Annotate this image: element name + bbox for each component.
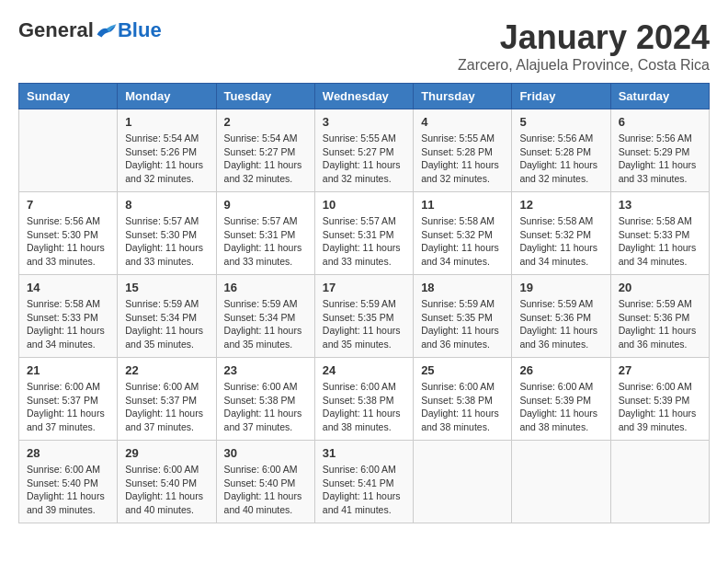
calendar-week-row: 14Sunrise: 5:58 AMSunset: 5:33 PMDayligh… bbox=[19, 275, 710, 358]
day-number: 6 bbox=[619, 115, 701, 129]
header-wednesday: Wednesday bbox=[314, 84, 413, 109]
calendar-cell: 3Sunrise: 5:55 AMSunset: 5:27 PMDaylight… bbox=[314, 109, 413, 192]
day-number: 8 bbox=[125, 198, 208, 212]
calendar-cell: 30Sunrise: 6:00 AMSunset: 5:40 PMDayligh… bbox=[216, 441, 314, 523]
calendar-cell: 2Sunrise: 5:54 AMSunset: 5:27 PMDaylight… bbox=[216, 109, 314, 192]
day-number: 28 bbox=[27, 446, 109, 460]
day-number: 3 bbox=[323, 115, 405, 129]
day-info: Sunrise: 5:54 AMSunset: 5:26 PMDaylight:… bbox=[125, 132, 208, 186]
day-number: 16 bbox=[224, 281, 307, 294]
header-sunday: Sunday bbox=[19, 84, 118, 109]
day-number: 30 bbox=[224, 446, 307, 460]
day-info: Sunrise: 5:58 AMSunset: 5:33 PMDaylight:… bbox=[619, 214, 701, 269]
day-number: 12 bbox=[519, 198, 602, 212]
calendar-cell: 7Sunrise: 5:56 AMSunset: 5:30 PMDaylight… bbox=[19, 192, 118, 275]
day-info: Sunrise: 6:00 AMSunset: 5:41 PMDaylight:… bbox=[323, 463, 405, 517]
calendar-cell: 11Sunrise: 5:58 AMSunset: 5:32 PMDayligh… bbox=[414, 192, 512, 275]
calendar-cell: 21Sunrise: 6:00 AMSunset: 5:37 PMDayligh… bbox=[19, 358, 118, 441]
day-number: 14 bbox=[27, 281, 109, 294]
calendar-week-row: 28Sunrise: 6:00 AMSunset: 5:40 PMDayligh… bbox=[19, 441, 710, 523]
day-number: 15 bbox=[125, 281, 208, 294]
calendar-cell: 28Sunrise: 6:00 AMSunset: 5:40 PMDayligh… bbox=[19, 441, 118, 523]
day-number: 17 bbox=[323, 281, 405, 294]
day-info: Sunrise: 5:58 AMSunset: 5:32 PMDaylight:… bbox=[421, 214, 504, 269]
calendar-cell: 9Sunrise: 5:57 AMSunset: 5:31 PMDaylight… bbox=[216, 192, 314, 275]
calendar-cell: 6Sunrise: 5:56 AMSunset: 5:29 PMDaylight… bbox=[610, 109, 709, 192]
calendar-cell: 24Sunrise: 6:00 AMSunset: 5:38 PMDayligh… bbox=[314, 358, 413, 441]
day-number: 9 bbox=[224, 198, 307, 212]
location-subtitle: Zarcero, Alajuela Province, Costa Rica bbox=[458, 57, 710, 74]
day-info: Sunrise: 6:00 AMSunset: 5:37 PMDaylight:… bbox=[125, 380, 208, 434]
logo-blue-text: Blue bbox=[118, 18, 162, 42]
calendar-cell: 18Sunrise: 5:59 AMSunset: 5:35 PMDayligh… bbox=[414, 275, 512, 358]
calendar-cell: 12Sunrise: 5:58 AMSunset: 5:32 PMDayligh… bbox=[512, 192, 610, 275]
calendar-cell: 17Sunrise: 5:59 AMSunset: 5:35 PMDayligh… bbox=[314, 275, 413, 358]
calendar-cell: 27Sunrise: 6:00 AMSunset: 5:39 PMDayligh… bbox=[610, 358, 709, 441]
day-info: Sunrise: 5:57 AMSunset: 5:31 PMDaylight:… bbox=[323, 214, 405, 269]
header-thursday: Thursday bbox=[414, 84, 512, 109]
logo-bird-icon bbox=[96, 21, 118, 40]
day-info: Sunrise: 5:59 AMSunset: 5:34 PMDaylight:… bbox=[224, 297, 307, 351]
day-info: Sunrise: 5:59 AMSunset: 5:36 PMDaylight:… bbox=[619, 297, 701, 351]
day-info: Sunrise: 5:55 AMSunset: 5:27 PMDaylight:… bbox=[323, 132, 405, 186]
day-info: Sunrise: 5:58 AMSunset: 5:33 PMDaylight:… bbox=[27, 297, 109, 351]
calendar-cell: 22Sunrise: 6:00 AMSunset: 5:37 PMDayligh… bbox=[118, 358, 216, 441]
day-info: Sunrise: 6:00 AMSunset: 5:38 PMDaylight:… bbox=[421, 380, 504, 434]
day-info: Sunrise: 6:00 AMSunset: 5:39 PMDaylight:… bbox=[619, 380, 701, 434]
day-info: Sunrise: 5:56 AMSunset: 5:29 PMDaylight:… bbox=[619, 132, 701, 186]
page-header: General Blue January 2024 Zarcero, Alaju… bbox=[18, 18, 710, 74]
day-info: Sunrise: 5:55 AMSunset: 5:28 PMDaylight:… bbox=[421, 132, 504, 186]
day-number: 21 bbox=[27, 363, 109, 377]
day-number: 31 bbox=[323, 446, 405, 460]
calendar-cell: 15Sunrise: 5:59 AMSunset: 5:34 PMDayligh… bbox=[118, 275, 216, 358]
day-info: Sunrise: 6:00 AMSunset: 5:40 PMDaylight:… bbox=[125, 463, 208, 517]
calendar-week-row: 7Sunrise: 5:56 AMSunset: 5:30 PMDaylight… bbox=[19, 192, 710, 275]
day-number: 10 bbox=[323, 198, 405, 212]
calendar-cell: 20Sunrise: 5:59 AMSunset: 5:36 PMDayligh… bbox=[610, 275, 709, 358]
day-number: 18 bbox=[421, 281, 504, 294]
day-info: Sunrise: 6:00 AMSunset: 5:40 PMDaylight:… bbox=[27, 463, 109, 517]
calendar-cell bbox=[512, 441, 610, 523]
logo-general-text: General bbox=[18, 18, 94, 42]
day-info: Sunrise: 5:59 AMSunset: 5:35 PMDaylight:… bbox=[323, 297, 405, 351]
calendar-cell bbox=[414, 441, 512, 523]
day-number: 29 bbox=[125, 446, 208, 460]
day-info: Sunrise: 6:00 AMSunset: 5:38 PMDaylight:… bbox=[224, 380, 307, 434]
day-number: 26 bbox=[519, 363, 602, 377]
calendar-cell: 14Sunrise: 5:58 AMSunset: 5:33 PMDayligh… bbox=[19, 275, 118, 358]
day-number: 2 bbox=[224, 115, 307, 129]
day-number: 7 bbox=[27, 198, 109, 212]
logo: General Blue bbox=[18, 18, 162, 42]
day-number: 25 bbox=[421, 363, 504, 377]
day-info: Sunrise: 5:54 AMSunset: 5:27 PMDaylight:… bbox=[224, 132, 307, 186]
calendar-cell: 16Sunrise: 5:59 AMSunset: 5:34 PMDayligh… bbox=[216, 275, 314, 358]
calendar-cell: 29Sunrise: 6:00 AMSunset: 5:40 PMDayligh… bbox=[118, 441, 216, 523]
day-number: 20 bbox=[619, 281, 701, 294]
calendar-cell bbox=[19, 109, 118, 192]
calendar-cell: 4Sunrise: 5:55 AMSunset: 5:28 PMDaylight… bbox=[414, 109, 512, 192]
day-info: Sunrise: 6:00 AMSunset: 5:39 PMDaylight:… bbox=[519, 380, 602, 434]
calendar-cell: 1Sunrise: 5:54 AMSunset: 5:26 PMDaylight… bbox=[118, 109, 216, 192]
day-number: 4 bbox=[421, 115, 504, 129]
day-info: Sunrise: 5:57 AMSunset: 5:30 PMDaylight:… bbox=[125, 214, 208, 269]
day-info: Sunrise: 6:00 AMSunset: 5:40 PMDaylight:… bbox=[224, 463, 307, 517]
calendar-cell: 23Sunrise: 6:00 AMSunset: 5:38 PMDayligh… bbox=[216, 358, 314, 441]
day-number: 5 bbox=[519, 115, 602, 129]
day-number: 27 bbox=[619, 363, 701, 377]
calendar-cell: 25Sunrise: 6:00 AMSunset: 5:38 PMDayligh… bbox=[414, 358, 512, 441]
day-number: 22 bbox=[125, 363, 208, 377]
header-tuesday: Tuesday bbox=[216, 84, 314, 109]
day-number: 24 bbox=[323, 363, 405, 377]
calendar-cell bbox=[610, 441, 709, 523]
calendar-cell: 8Sunrise: 5:57 AMSunset: 5:30 PMDaylight… bbox=[118, 192, 216, 275]
calendar-cell: 26Sunrise: 6:00 AMSunset: 5:39 PMDayligh… bbox=[512, 358, 610, 441]
day-info: Sunrise: 5:58 AMSunset: 5:32 PMDaylight:… bbox=[519, 214, 602, 269]
calendar-cell: 13Sunrise: 5:58 AMSunset: 5:33 PMDayligh… bbox=[610, 192, 709, 275]
day-info: Sunrise: 5:59 AMSunset: 5:34 PMDaylight:… bbox=[125, 297, 208, 351]
calendar-table: SundayMondayTuesdayWednesdayThursdayFrid… bbox=[18, 83, 710, 523]
day-info: Sunrise: 5:57 AMSunset: 5:31 PMDaylight:… bbox=[224, 214, 307, 269]
day-info: Sunrise: 6:00 AMSunset: 5:38 PMDaylight:… bbox=[323, 380, 405, 434]
calendar-header-row: SundayMondayTuesdayWednesdayThursdayFrid… bbox=[19, 84, 710, 109]
day-info: Sunrise: 5:59 AMSunset: 5:35 PMDaylight:… bbox=[421, 297, 504, 351]
calendar-cell: 10Sunrise: 5:57 AMSunset: 5:31 PMDayligh… bbox=[314, 192, 413, 275]
